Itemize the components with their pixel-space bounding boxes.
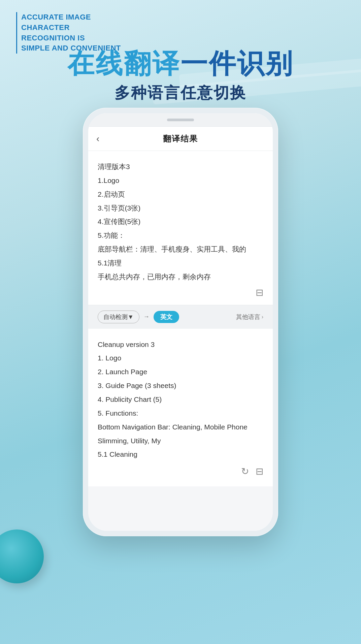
back-button[interactable]: ‹	[96, 133, 99, 144]
tagline-text: ACCURATE IMAGE CHARACTER RECOGNITION IS …	[21, 12, 121, 54]
source-copy-button[interactable]: ⊟	[256, 287, 263, 298]
translation-controls: 自动检测▼ → 英文 其他语言 ›	[88, 305, 273, 329]
phone-top-bar	[88, 113, 273, 127]
source-line-1: 1.Logo	[98, 174, 263, 187]
hero-subtitle: 多种语言任意切换	[13, 83, 348, 103]
hero-title-part2: 一件识别	[180, 49, 294, 78]
source-line-4: 4.宣传图(5张)	[98, 215, 263, 228]
source-line-0: 清理版本3	[98, 160, 263, 173]
result-line-4: 4. Publicity Chart (5)	[98, 393, 263, 406]
result-line-7: Slimming, Utility, My	[98, 434, 263, 448]
app-header: ‹ 翻译结果	[88, 127, 273, 151]
result-panel: Cleanup version 3 1. Logo 2. Launch Page…	[88, 329, 273, 487]
result-line-3: 3. Guide Page (3 sheets)	[98, 379, 263, 392]
hero-title-part1: 在线翻译	[67, 49, 180, 78]
source-lang-selector[interactable]: 自动检测▼	[98, 311, 139, 323]
result-line-0: Cleanup version 3	[98, 338, 263, 351]
source-copy-row: ⊟	[98, 284, 263, 299]
target-lang-selector[interactable]: 英文	[154, 311, 179, 323]
source-line-2: 2.启动页	[98, 188, 263, 201]
phone-outer: ‹ 翻译结果 清理版本3 1.Logo 2.启动页 3.引导页(3张) 4.宣传…	[83, 108, 278, 536]
app-content: ‹ 翻译结果 清理版本3 1.Logo 2.启动页 3.引导页(3张) 4.宣传…	[88, 127, 273, 531]
result-copy-button[interactable]: ⊟	[256, 466, 263, 477]
hero-title: 在线翻译一件识别	[13, 49, 348, 78]
decorative-ball	[0, 529, 44, 583]
source-line-5: 5.功能：	[98, 229, 263, 242]
page-title: 翻译结果	[163, 133, 198, 144]
source-line-8: 手机总共内存，已用内存，剩余内存	[98, 270, 263, 284]
source-text: 清理版本3 1.Logo 2.启动页 3.引导页(3张) 4.宣传图(5张) 5…	[98, 160, 263, 284]
lang-arrow: →	[143, 313, 150, 320]
source-panel: 清理版本3 1.Logo 2.启动页 3.引导页(3张) 4.宣传图(5张) 5…	[88, 151, 273, 305]
phone-inner: ‹ 翻译结果 清理版本3 1.Logo 2.启动页 3.引导页(3张) 4.宣传…	[88, 113, 273, 531]
hero-section: 在线翻译一件识别 多种语言任意切换	[0, 49, 361, 103]
top-tagline: ACCURATE IMAGE CHARACTER RECOGNITION IS …	[16, 12, 121, 54]
result-text: Cleanup version 3 1. Logo 2. Launch Page…	[98, 338, 263, 461]
source-line-6: 底部导航栏：清理、手机瘦身、实用工具、我的	[98, 243, 263, 256]
other-lang-button[interactable]: 其他语言 ›	[236, 313, 263, 321]
result-refresh-button[interactable]: ↻	[241, 466, 249, 477]
source-line-7: 5.1清理	[98, 257, 263, 270]
result-line-8: 5.1 Cleaning	[98, 448, 263, 461]
source-line-3: 3.引导页(3张)	[98, 202, 263, 215]
result-line-5: 5. Functions:	[98, 407, 263, 420]
other-lang-chevron: ›	[262, 314, 263, 320]
result-line-2: 2. Launch Page	[98, 365, 263, 379]
result-line-1: 1. Logo	[98, 352, 263, 365]
result-line-6: Bottom Navigation Bar: Cleaning, Mobile …	[98, 421, 263, 434]
result-actions: ↻ ⊟	[98, 462, 263, 477]
phone-speaker	[167, 119, 194, 121]
phone-mockup: ‹ 翻译结果 清理版本3 1.Logo 2.启动页 3.引导页(3张) 4.宣传…	[83, 108, 278, 536]
